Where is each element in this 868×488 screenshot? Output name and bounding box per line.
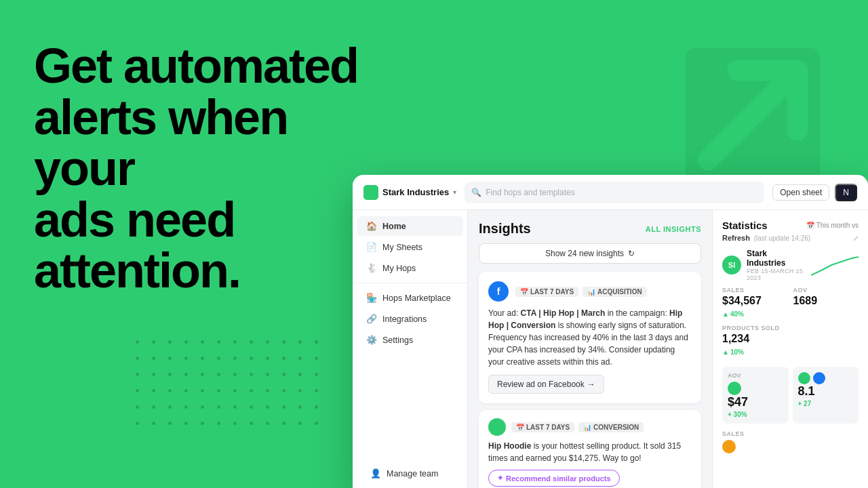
sidebar-item-my-sheets[interactable]: 📄 My Sheets: [357, 237, 463, 257]
tag-conversion-2: 📊 CONVERSION: [578, 422, 644, 432]
stat-card-avatar: [728, 382, 741, 395]
acquisition-icon: 📊: [587, 288, 595, 296]
statistics-panel: Statistics 📅 This month vs Refresh (last…: [712, 210, 868, 488]
show-new-label: Show 24 new insights: [545, 249, 624, 258]
insight-body-facebook: Your ad: CTA | Hip Hop | March in the ca…: [488, 307, 692, 368]
bottom-stats: AOV $47 + 30% 8.1 + 27: [722, 367, 859, 424]
hero-heading: Get automated alerts when your ads need …: [34, 41, 366, 297]
company-dates: FEB 15-MARCH 15 2023: [747, 268, 806, 281]
sidebar-item-manage-team[interactable]: 👤 Manage team: [361, 464, 459, 483]
mini-chart: [811, 251, 859, 279]
aov-label: AOV: [793, 287, 859, 293]
sidebar-label-settings: Settings: [382, 336, 413, 345]
stat-card-secondary-value: 8.1: [798, 384, 854, 399]
stat-card-icon-2: [813, 372, 825, 384]
all-insights-link[interactable]: ALL INSIGHTS: [646, 225, 701, 233]
sales-change: ▲ 40%: [722, 310, 744, 318]
insight-body-hip-hoodie: Hip Hoodie is your hottest selling produ…: [488, 440, 692, 464]
stat-products-sold: PRODUCTS SOLD 1,234 ▲ 10%: [722, 325, 788, 357]
stat-card-secondary: 8.1 + 27: [793, 367, 859, 424]
stat-card-icon-1: [798, 372, 810, 384]
stat-sales: SALES $34,567 ▲ 40%: [722, 287, 788, 319]
search-bar[interactable]: 🔍 Find hops and templates: [465, 182, 764, 203]
insight-tags-2: 📅 LAST 7 DAYS 📊 CONVERSION: [511, 422, 644, 432]
home-icon: 🏠: [366, 221, 377, 231]
sidebar-item-my-hops[interactable]: 🐇 My Hops: [357, 258, 463, 278]
products-sold-value: 1,234: [722, 333, 788, 345]
sidebar-item-integrations[interactable]: 🔗 Integrations: [357, 309, 463, 329]
search-icon: 🔍: [471, 188, 481, 197]
insight-card-header: f 📅 LAST 7 DAYS 📊 ACQUISITION: [488, 281, 692, 302]
search-placeholder: Find hops and templates: [486, 188, 574, 197]
stats-period: 📅 This month vs: [806, 222, 859, 229]
watermark-arrow: [678, 41, 827, 190]
company-avatar: SI: [722, 256, 741, 274]
up-arrow-icon: ▲: [722, 310, 729, 318]
settings-icon: ⚙️: [366, 335, 377, 345]
expand-icon[interactable]: ⤢: [853, 235, 859, 242]
statistics-title: Statistics: [722, 220, 768, 231]
sparkle-icon: ✦: [497, 474, 503, 483]
sidebar: 🏠 Home 📄 My Sheets 🐇 My Hops 🏪 Hops Mark…: [353, 210, 468, 488]
workspace-name: Stark Industries: [382, 187, 449, 197]
refresh-icon: ↻: [628, 249, 635, 258]
hero-section: Get automated alerts when your ads need …: [34, 41, 366, 297]
last-update-text: (last update 14:26): [754, 235, 810, 242]
tag-acquisition: 📊 ACQUISITION: [583, 287, 647, 297]
team-icon: 👤: [370, 468, 381, 479]
sidebar-item-marketplace[interactable]: 🏪 Hops Marketplace: [357, 288, 463, 308]
stat-card-aov: AOV $47 + 30%: [722, 367, 789, 424]
facebook-icon: f: [488, 281, 509, 302]
sales-value: $34,567: [722, 295, 788, 307]
aov-value: 1689: [793, 295, 859, 307]
sidebar-item-settings[interactable]: ⚙️ Settings: [357, 330, 463, 350]
sidebar-label-marketplace: Hops Marketplace: [382, 293, 451, 303]
open-sheet-button[interactable]: Open sheet: [772, 184, 829, 201]
stats-grid: SALES $34,567 ▲ 40% AOV 1689 PRODUCTS SO…: [722, 287, 859, 357]
sidebar-divider: [353, 283, 467, 283]
app-card: Stark Industries ▾ 🔍 Find hops and templ…: [353, 175, 868, 488]
sheets-icon: 📄: [366, 242, 377, 252]
sidebar-item-home[interactable]: 🏠 Home: [357, 216, 463, 236]
calendar-icon: 📅: [520, 288, 528, 296]
insight-card-hip-hoodie: 📅 LAST 7 DAYS 📊 CONVERSION Hip Hoodie is…: [479, 410, 701, 488]
stat-card-aov-label: AOV: [728, 372, 783, 379]
show-new-insights-button[interactable]: Show 24 new insights ↻: [479, 243, 701, 264]
stats-header: Statistics 📅 This month vs: [722, 220, 859, 231]
company-info: Stark Industries FEB 15-MARCH 15 2023: [747, 249, 806, 281]
tag-days: 📅 LAST 7 DAYS: [515, 287, 578, 297]
insights-panel: Insights ALL INSIGHTS Show 24 new insigh…: [468, 210, 712, 488]
primary-action-button[interactable]: N: [835, 184, 857, 201]
products-sold-label: PRODUCTS SOLD: [722, 325, 788, 331]
content-area: Insights ALL INSIGHTS Show 24 new insigh…: [468, 210, 868, 488]
company-row: SI Stark Industries FEB 15-MARCH 15 2023: [722, 249, 859, 281]
review-ad-label: Review ad on Facebook: [497, 380, 585, 389]
insight-sm-header-2: 📅 LAST 7 DAYS 📊 CONVERSION: [488, 418, 692, 436]
workspace-selector[interactable]: Stark Industries ▾: [363, 185, 456, 200]
sales-label-section: SALES: [722, 430, 859, 453]
conversion-icon-2: 📊: [583, 424, 591, 431]
workspace-icon: [363, 185, 378, 200]
calendar-icon-2: 📅: [516, 424, 524, 431]
sales-avatar: [722, 440, 736, 453]
company-name: Stark Industries: [747, 249, 806, 268]
sidebar-label-manage-team: Manage team: [387, 469, 438, 479]
top-bar: Stark Industries ▾ 🔍 Find hops and templ…: [353, 175, 868, 210]
sales-bottom-label: SALES: [722, 430, 859, 437]
marketplace-icon: 🏪: [366, 293, 377, 303]
calendar-stats-icon: 📅: [806, 222, 814, 229]
insights-header: Insights ALL INSIGHTS: [479, 221, 701, 237]
sidebar-label-integrations: Integrations: [382, 314, 427, 324]
refresh-stats-button[interactable]: Refresh (last update 14:26): [722, 234, 810, 242]
avatar-hip-hoodie: [488, 418, 506, 436]
stats-refresh: Refresh (last update 14:26) ⤢: [722, 234, 859, 242]
top-bar-actions: Open sheet N: [772, 184, 857, 201]
insight-card-facebook: f 📅 LAST 7 DAYS 📊 ACQUISITION: [479, 272, 701, 403]
review-ad-button[interactable]: Review ad on Facebook →: [488, 375, 604, 394]
recommend-label: Recommend similar products: [506, 474, 611, 483]
hops-icon: 🐇: [366, 263, 377, 273]
dot-grid: const grid = document.querySelector('.do…: [136, 340, 327, 434]
recommend-similar-button[interactable]: ✦ Recommend similar products: [488, 470, 620, 487]
insights-title: Insights: [479, 221, 531, 237]
sidebar-label-home: Home: [382, 222, 406, 231]
